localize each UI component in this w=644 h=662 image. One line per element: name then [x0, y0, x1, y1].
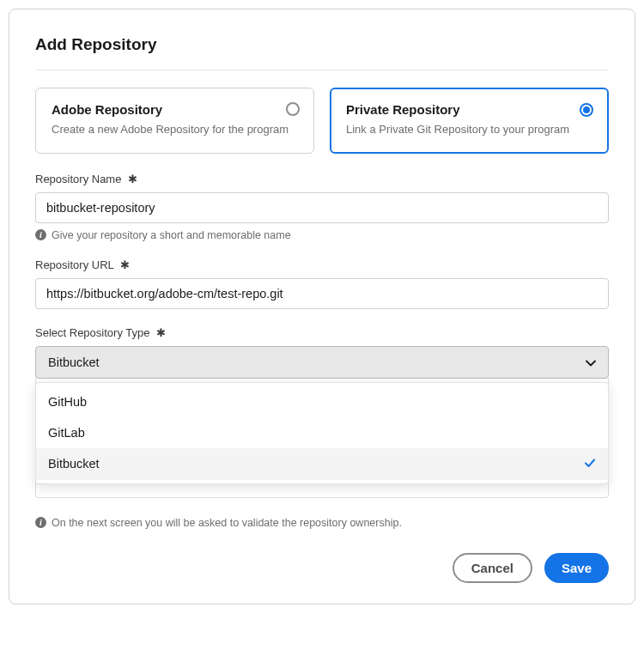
required-asterisk-icon: ✱ — [120, 258, 130, 271]
radio-checked-icon — [580, 103, 593, 117]
dropdown-item-bitbucket[interactable]: Bitbucket — [36, 448, 608, 480]
repository-name-field: Repository Name ✱ i Give your repository… — [35, 173, 609, 241]
dialog-actions: Cancel Save — [35, 553, 609, 583]
field-label: Repository Name ✱ — [35, 173, 609, 185]
card-title: Private Repository — [346, 102, 592, 117]
footer-hint: i On the next screen you will be asked t… — [35, 517, 609, 529]
card-title: Adobe Repository — [52, 102, 298, 117]
repository-type-select-wrap: Bitbucket GitHub GitLab Bitbucket — [35, 346, 609, 379]
cancel-button[interactable]: Cancel — [453, 553, 532, 583]
dropdown-item-github[interactable]: GitHub — [36, 386, 608, 417]
add-repository-dialog: Add Repository Adobe Repository Create a… — [9, 9, 635, 604]
repository-type-cards: Adobe Repository Create a new Adobe Repo… — [35, 88, 609, 154]
adobe-repository-card[interactable]: Adobe Repository Create a new Adobe Repo… — [35, 88, 314, 154]
field-label: Repository URL ✱ — [35, 258, 609, 271]
field-label: Select Repository Type ✱ — [35, 326, 609, 339]
check-icon — [584, 457, 596, 471]
field-hint: i Give your repository a short and memor… — [35, 229, 609, 241]
repository-url-input[interactable] — [35, 278, 609, 309]
dropdown-item-gitlab[interactable]: GitLab — [36, 417, 608, 448]
repository-type-select[interactable]: Bitbucket — [35, 346, 609, 379]
info-icon: i — [35, 229, 46, 240]
dialog-title: Add Repository — [35, 35, 609, 70]
repository-type-dropdown: GitHub GitLab Bitbucket — [35, 382, 609, 484]
radio-unchecked-icon — [286, 102, 300, 116]
required-asterisk-icon: ✱ — [128, 173, 137, 185]
save-button[interactable]: Save — [544, 553, 609, 583]
required-asterisk-icon: ✱ — [156, 326, 166, 339]
info-icon: i — [35, 517, 46, 528]
private-repository-card[interactable]: Private Repository Link a Private Git Re… — [330, 88, 609, 154]
repository-url-field: Repository URL ✱ — [35, 258, 609, 309]
repository-type-field: Select Repository Type ✱ Bitbucket GitHu… — [35, 326, 609, 498]
repository-name-input[interactable] — [35, 192, 609, 223]
chevron-down-icon — [586, 357, 596, 367]
select-value: Bitbucket — [48, 355, 100, 369]
card-desc: Link a Private Git Repository to your pr… — [346, 122, 592, 137]
card-desc: Create a new Adobe Repository for the pr… — [52, 122, 298, 137]
